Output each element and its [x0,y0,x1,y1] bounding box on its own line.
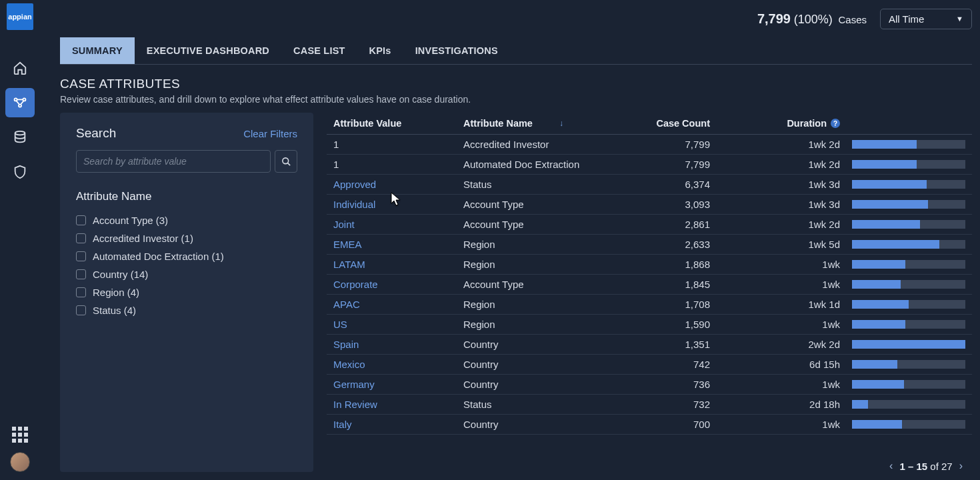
attr-name-cell: Account Type [463,279,620,290]
attr-value-link[interactable]: Italy [333,419,352,430]
case-count-cell: 1,590 [620,319,710,330]
user-avatar[interactable] [10,452,30,472]
filter-option[interactable]: Region (4) [76,283,297,301]
case-count-cell: 736 [620,379,710,390]
search-input[interactable] [76,150,271,173]
database-icon[interactable] [5,123,35,152]
filter-group-title: Attribute Name [76,190,297,203]
process-icon[interactable] [5,88,35,117]
search-button[interactable] [275,150,297,173]
case-count-cell: 7,799 [620,139,710,150]
attr-value-link[interactable]: LATAM [333,259,365,270]
attr-value-link[interactable]: EMEA [333,239,362,250]
table-row: MexicoCountry7426d 15h [327,355,972,375]
duration-bar [852,400,965,409]
section-title: CASE ATTRIBUTES [60,77,972,91]
filter-option[interactable]: Accredited Investor (1) [76,229,297,247]
tab-summary[interactable]: SUMMARY [60,37,135,64]
table-row: SpainCountry1,3512wk 2d [327,335,972,355]
filter-option-label: Accredited Investor (1) [93,233,193,244]
help-icon[interactable]: ? [831,119,840,128]
clear-filters-link[interactable]: Clear Filters [243,128,297,139]
filter-option[interactable]: Status (4) [76,301,297,319]
case-count-cell: 1,845 [620,279,710,290]
checkbox-icon [76,305,86,315]
case-count-cell: 2,861 [620,219,710,230]
section-subtitle: Review case attributes, and drill down t… [60,94,972,105]
case-count-cell: 3,093 [620,199,710,210]
table-row: CorporateAccount Type1,8451wk [327,275,972,295]
filter-option[interactable]: Account Type (3) [76,211,297,229]
apps-grid-icon[interactable] [12,427,28,443]
col-header-duration[interactable]: Duration ? [710,118,840,129]
filter-option[interactable]: Country (14) [76,265,297,283]
attr-value-link[interactable]: Mexico [333,359,365,370]
duration-bar [852,380,965,389]
attr-name-cell: Status [463,179,620,190]
attr-value-link[interactable]: Joint [333,219,355,230]
duration-bar [852,340,965,349]
attr-value-link[interactable]: Germany [333,379,375,390]
duration-cell: 1wk 3d [710,179,840,190]
page-next[interactable]: › [957,460,965,472]
attr-value-link[interactable]: Corporate [333,279,378,290]
attr-name-cell: Account Type [463,219,620,230]
filter-option-label: Automated Doc Extraction (1) [93,251,224,262]
col-header-count[interactable]: Case Count [620,118,710,129]
attr-name-cell: Account Type [463,199,620,210]
checkbox-icon [76,269,86,279]
duration-cell: 1wk 3d [710,199,840,210]
table-row: 1Automated Doc Extraction7,7991wk 2d [327,155,972,175]
duration-bar [852,200,965,209]
table-row: ItalyCountry7001wk [327,415,972,435]
case-count-stat: 7,799 (100%) Cases [757,11,867,27]
svg-point-3 [15,131,25,135]
svg-point-2 [19,105,21,107]
attr-value-link[interactable]: In Review [333,399,377,410]
filter-panel: Search Clear Filters Attribute Name Acco… [60,113,313,472]
pagination: ‹ 1 – 15 of 27 › [327,452,972,472]
duration-bar [852,160,965,169]
attr-value-link[interactable]: APAC [333,299,360,310]
tab-executive-dashboard[interactable]: EXECUTIVE DASHBOARD [135,37,281,64]
duration-bar [852,180,965,189]
time-filter-select[interactable]: All Time ▼ [880,9,972,29]
tab-kpis[interactable]: KPIs [357,37,403,64]
checkbox-icon [76,215,86,225]
tab-bar: SUMMARYEXECUTIVE DASHBOARDCASE LISTKPIsI… [60,37,972,65]
attr-value-link[interactable]: Individual [333,199,375,210]
duration-bar [852,360,965,369]
table-row: ApprovedStatus6,3741wk 3d [327,175,972,195]
table-row: APACRegion1,7081wk 1d [327,295,972,315]
duration-bar [852,140,965,149]
tab-investigations[interactable]: INVESTIGATIONS [403,37,510,64]
page-prev[interactable]: ‹ [887,460,895,472]
attr-value-link[interactable]: Approved [333,179,376,190]
filter-option[interactable]: Automated Doc Extraction (1) [76,247,297,265]
filter-option-label: Status (4) [93,305,136,316]
table-row: EMEARegion2,6331wk 5d [327,235,972,255]
shield-icon[interactable] [5,157,35,187]
case-count-cell: 1,351 [620,339,710,350]
col-header-name[interactable]: Attribute Name ↓ [463,118,620,129]
case-count-cell: 700 [620,419,710,430]
duration-cell: 6d 15h [710,359,840,370]
duration-cell: 1wk [710,319,840,330]
table-row: USRegion1,5901wk [327,315,972,335]
tab-case-list[interactable]: CASE LIST [281,37,357,64]
case-count-cell: 1,868 [620,259,710,270]
duration-cell: 1wk 1d [710,299,840,310]
duration-cell: 2wk 2d [710,339,840,350]
attr-value-link[interactable]: Spain [333,339,359,350]
duration-bar [852,240,965,249]
col-header-value[interactable]: Attribute Value [333,118,463,129]
duration-bar [852,420,965,429]
attr-value-link: 1 [333,159,339,170]
table-row: LATAMRegion1,8681wk [327,255,972,275]
duration-cell: 2d 18h [710,399,840,410]
attr-value-link[interactable]: US [333,319,347,330]
table-row: In ReviewStatus7322d 18h [327,395,972,415]
brand-logo[interactable]: appian [7,3,33,30]
svg-point-4 [282,157,288,163]
home-icon[interactable] [5,53,35,83]
